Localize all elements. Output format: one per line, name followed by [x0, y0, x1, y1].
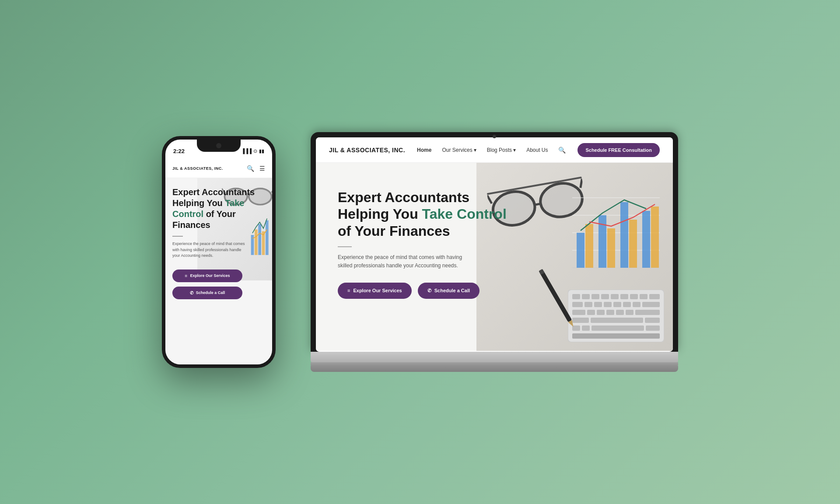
svg-rect-62: [646, 326, 660, 331]
svg-rect-53: [616, 310, 624, 315]
nav-item-blog[interactable]: Blog Posts ▾: [487, 147, 516, 153]
phone-icon: ✆: [427, 288, 431, 294]
laptop-hinge: [311, 362, 678, 366]
phone-explore-label: Explore Our Services: [190, 273, 230, 278]
svg-rect-47: [633, 302, 640, 307]
search-icon[interactable]: 🔍: [558, 147, 566, 154]
scene: 2:22 ▐▐▐ ⊙ ▮▮ JIL & ASSOCIATES, INC. 🔍 ☰: [114, 132, 726, 372]
svg-rect-60: [582, 326, 590, 331]
svg-rect-41: [572, 302, 583, 307]
svg-rect-28: [629, 220, 637, 268]
svg-rect-32: [572, 294, 580, 299]
svg-rect-11: [266, 220, 269, 255]
svg-rect-38: [630, 294, 638, 299]
svg-rect-44: [604, 302, 612, 307]
laptop-explore-button[interactable]: ≡ Explore Our Services: [338, 283, 412, 299]
menu-lines-icon: ≡: [347, 288, 350, 293]
svg-rect-25: [598, 215, 606, 268]
menu-icon[interactable]: ☰: [259, 165, 265, 172]
laptop-schedule-button[interactable]: ✆ Schedule a Call: [418, 283, 480, 299]
laptop-divider: [338, 246, 352, 247]
chevron-down-icon: ▾: [513, 147, 516, 153]
svg-rect-52: [606, 310, 614, 315]
laptop-schedule-label: Schedule a Call: [434, 288, 470, 293]
laptop-cta-buttons: ≡ Explore Our Services ✆ Schedule a Call: [338, 283, 507, 299]
signal-icon: ▐▐▐: [242, 148, 252, 154]
search-icon[interactable]: 🔍: [247, 165, 254, 172]
phone-nav-icons: 🔍 ☰: [247, 165, 265, 172]
phone-logo: JIL & ASSOCIATES, INC.: [172, 166, 223, 171]
laptop-navbar: JIL & ASSOCIATES, INC. Home Our Services…: [316, 137, 673, 163]
svg-rect-54: [626, 310, 634, 315]
laptop-camera: [493, 135, 496, 138]
svg-line-15: [535, 204, 541, 205]
phone-time: 2:22: [173, 148, 185, 154]
svg-rect-37: [620, 294, 628, 299]
menu-lines-icon: ≡: [185, 273, 188, 278]
svg-rect-63: [572, 333, 660, 339]
svg-rect-29: [642, 211, 650, 268]
laptop-subtext: Experience the peace of mind that comes …: [338, 253, 478, 270]
nav-item-services[interactable]: Our Services ▾: [442, 147, 476, 153]
phone-camera: [216, 143, 221, 148]
svg-rect-27: [620, 202, 628, 268]
battery-icon: ▮▮: [259, 148, 264, 154]
svg-rect-39: [640, 294, 648, 299]
svg-rect-58: [645, 318, 660, 323]
laptop-menu: Home Our Services ▾ Blog Posts ▾ About U…: [417, 147, 566, 154]
phone-navbar: JIL & ASSOCIATES, INC. 🔍 ☰: [165, 159, 272, 178]
laptop-headline: Expert Accountants Helping You Take Cont…: [338, 189, 507, 239]
laptop-hero-content: Expert Accountants Helping You Take Cont…: [338, 189, 507, 299]
svg-rect-61: [592, 326, 644, 331]
svg-rect-48: [642, 302, 660, 307]
svg-rect-57: [591, 318, 643, 323]
nav-item-about[interactable]: About Us: [526, 147, 548, 153]
phone-headline-green: Take Control: [172, 198, 244, 219]
phone-subtext: Experience the peace of mind that comes …: [172, 241, 247, 259]
phone-mockup: 2:22 ▐▐▐ ⊙ ▮▮ JIL & ASSOCIATES, INC. 🔍 ☰: [162, 136, 276, 368]
laptop-explore-label: Explore Our Services: [353, 288, 402, 293]
laptop-mockup: JIL & ASSOCIATES, INC. Home Our Services…: [311, 132, 678, 372]
phone-headline: Expert Accountants Helping You Take Cont…: [172, 187, 265, 231]
laptop-bezel: JIL & ASSOCIATES, INC. Home Our Services…: [311, 132, 678, 352]
svg-rect-35: [601, 294, 609, 299]
phone-schedule-label: Schedule a Call: [196, 290, 225, 295]
svg-rect-51: [597, 310, 605, 315]
svg-rect-45: [613, 302, 621, 307]
laptop-logo: JIL & ASSOCIATES, INC.: [329, 147, 405, 154]
phone-hero: Expert Accountants Helping You Take Cont…: [165, 178, 272, 364]
svg-rect-33: [582, 294, 590, 299]
svg-rect-23: [577, 233, 584, 268]
svg-rect-50: [587, 310, 595, 315]
svg-rect-36: [611, 294, 619, 299]
laptop-base: [311, 352, 678, 362]
svg-rect-49: [572, 310, 585, 315]
phone-explore-button[interactable]: ≡ Explore Our Services: [172, 270, 242, 282]
laptop-chart-illustration: [572, 180, 660, 281]
svg-rect-43: [594, 302, 602, 307]
svg-rect-30: [651, 206, 659, 268]
phone-call-icon: ✆: [190, 290, 193, 295]
laptop-screen: JIL & ASSOCIATES, INC. Home Our Services…: [316, 137, 673, 352]
svg-rect-42: [584, 302, 592, 307]
phone-screen: 2:22 ▐▐▐ ⊙ ▮▮ JIL & ASSOCIATES, INC. 🔍 ☰: [165, 140, 272, 364]
svg-line-4: [272, 189, 272, 192]
chevron-down-icon: ▾: [474, 147, 476, 153]
laptop-hero: Expert Accountants Helping You Take Cont…: [316, 163, 673, 351]
svg-rect-40: [649, 294, 660, 299]
phone-schedule-button[interactable]: ✆ Schedule a Call: [172, 287, 242, 299]
svg-rect-24: [585, 224, 593, 268]
phone-hero-content: Expert Accountants Helping You Take Cont…: [172, 187, 265, 304]
nav-item-home[interactable]: Home: [417, 147, 431, 153]
phone-status-icons: ▐▐▐ ⊙ ▮▮: [242, 148, 264, 154]
laptop-cta-button[interactable]: Schedule FREE Consultation: [578, 143, 660, 157]
laptop-headline-green: Take Control: [422, 206, 507, 222]
laptop-keyboard-illustration: [568, 290, 664, 342]
svg-rect-46: [623, 302, 631, 307]
phone-divider: [172, 236, 183, 237]
svg-rect-26: [607, 228, 615, 268]
svg-rect-55: [635, 310, 660, 315]
laptop-foot: [311, 366, 678, 372]
phone-notch: [197, 140, 241, 152]
svg-rect-34: [592, 294, 599, 299]
